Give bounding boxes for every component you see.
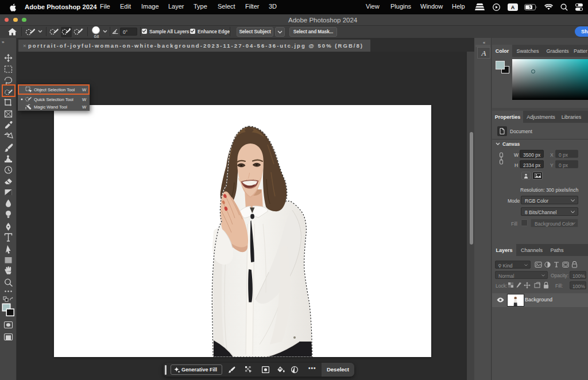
svg-text:Quick Selection Tool: Quick Selection Tool (34, 97, 74, 102)
svg-text:A: A (511, 5, 515, 10)
svg-text:W: W (82, 104, 87, 110)
svg-text:W: W (82, 97, 87, 102)
svg-text:Magic Wand Tool: Magic Wand Tool (34, 104, 67, 110)
svg-text:W: W (82, 87, 87, 92)
svg-text:Object Selection Tool: Object Selection Tool (34, 87, 75, 92)
